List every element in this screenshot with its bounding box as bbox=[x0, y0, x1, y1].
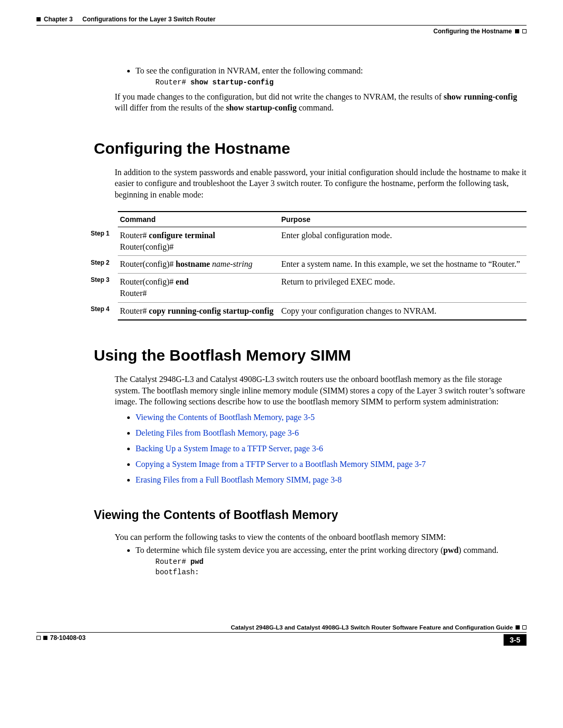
list-item: Viewing the Contents of Bootflash Memory… bbox=[136, 413, 527, 422]
command-cell: Router# copy running-config startup-conf… bbox=[118, 302, 279, 320]
step-label: Step 3 bbox=[89, 273, 118, 302]
square-icon bbox=[515, 29, 519, 33]
heading-hostname: Configuring the Hostname bbox=[94, 140, 527, 157]
command-table: Command Purpose Step 1 Router# configure… bbox=[89, 211, 527, 320]
intro-bullet-text: To see the configuration in NVRAM, enter… bbox=[136, 66, 363, 75]
footer-title-line: Catalyst 2948G-L3 and Catalyst 4908G-L3 … bbox=[36, 624, 527, 633]
list-item: Backing Up a System Image to a TFTP Serv… bbox=[136, 444, 527, 453]
page-number-badge: 3-5 bbox=[504, 634, 527, 646]
header-right: Configuring the Hostname bbox=[36, 25, 527, 35]
command-cell: Router(config)# hostname name-string bbox=[118, 256, 279, 273]
code-command: pwd bbox=[190, 558, 203, 566]
intro-bullet: To see the configuration in NVRAM, enter… bbox=[136, 66, 527, 88]
th-step bbox=[89, 212, 118, 227]
square-icon bbox=[43, 636, 47, 640]
th-purpose: Purpose bbox=[279, 212, 527, 227]
command-cell: Router# configure terminal Router(config… bbox=[118, 227, 279, 256]
footer: Catalyst 2948G-L3 and Catalyst 4908G-L3 … bbox=[36, 624, 527, 646]
code-block: Router# pwd bootflash: bbox=[155, 557, 527, 577]
code-command: show startup-config bbox=[190, 78, 274, 87]
doc-number: 78-10408-03 bbox=[50, 634, 85, 641]
step-label: Step 1 bbox=[89, 227, 118, 256]
intro-list: To see the configuration in NVRAM, enter… bbox=[115, 66, 527, 88]
header-left: Chapter 3 Configurations for the Layer 3… bbox=[36, 16, 527, 23]
purpose-cell: Enter a system name. In this example, we… bbox=[279, 256, 527, 273]
code-block: Router# show startup-config bbox=[155, 78, 527, 88]
purpose-cell: Copy your configuration changes to NVRAM… bbox=[279, 302, 527, 320]
section-label: Configuring the Hostname bbox=[433, 28, 512, 35]
code-prompt: Router# bbox=[155, 558, 190, 566]
table-row: Step 2 Router(config)# hostname name-str… bbox=[89, 256, 527, 273]
viewing-bullet: To determine which file system device yo… bbox=[136, 546, 527, 577]
list-item: Deleting Files from Bootflash Memory, pa… bbox=[136, 428, 527, 438]
hostname-para: In addition to the system passwords and … bbox=[115, 167, 527, 201]
xref-link[interactable]: Backing Up a System Image to a TFTP Serv… bbox=[136, 444, 323, 453]
square-open-icon bbox=[522, 29, 527, 33]
list-item: Erasing Files from a Full Bootflash Memo… bbox=[136, 475, 527, 485]
step-label: Step 4 bbox=[89, 302, 118, 320]
doc-number-line: 78-10408-03 bbox=[36, 634, 85, 641]
square-icon bbox=[36, 17, 41, 21]
intro-para: If you made changes to the configuration… bbox=[115, 91, 527, 114]
table-row: Step 1 Router# configure terminal Router… bbox=[89, 227, 527, 256]
xref-link[interactable]: Copying a System Image from a TFTP Serve… bbox=[136, 460, 426, 468]
links-list: Viewing the Contents of Bootflash Memory… bbox=[115, 413, 527, 485]
purpose-cell: Return to privileged EXEC mode. bbox=[279, 273, 527, 302]
code-prompt: Router# bbox=[155, 78, 190, 87]
guide-title: Catalyst 2948G-L3 and Catalyst 4908G-L3 … bbox=[231, 624, 513, 631]
square-open-icon bbox=[36, 636, 41, 640]
bootflash-para: The Catalyst 2948G-L3 and Catalyst 4908G… bbox=[115, 374, 527, 408]
chapter-title: Configurations for the Layer 3 Switch Ro… bbox=[82, 16, 215, 23]
square-open-icon bbox=[522, 625, 527, 630]
list-item: Copying a System Image from a TFTP Serve… bbox=[136, 460, 527, 469]
xref-link[interactable]: Deleting Files from Bootflash Memory, pa… bbox=[136, 428, 299, 437]
heading-viewing: Viewing the Contents of Bootflash Memory bbox=[94, 508, 527, 522]
viewing-list: To determine which file system device yo… bbox=[115, 546, 527, 577]
square-icon bbox=[516, 625, 520, 630]
step-label: Step 2 bbox=[89, 256, 118, 273]
th-command: Command bbox=[118, 212, 279, 227]
command-cell: Router(config)# end Router# bbox=[118, 273, 279, 302]
viewing-para: You can perform the following tasks to v… bbox=[115, 532, 527, 543]
xref-link[interactable]: Viewing the Contents of Bootflash Memory… bbox=[136, 413, 315, 422]
table-row: Step 4 Router# copy running-config start… bbox=[89, 302, 527, 320]
heading-bootflash: Using the Bootflash Memory SIMM bbox=[94, 347, 527, 364]
purpose-cell: Enter global configuration mode. bbox=[279, 227, 527, 256]
table-row: Step 3 Router(config)# end Router# Retur… bbox=[89, 273, 527, 302]
chapter-label: Chapter 3 bbox=[44, 16, 72, 23]
xref-link[interactable]: Erasing Files from a Full Bootflash Memo… bbox=[136, 475, 342, 484]
code-output: bootflash: bbox=[155, 568, 199, 576]
